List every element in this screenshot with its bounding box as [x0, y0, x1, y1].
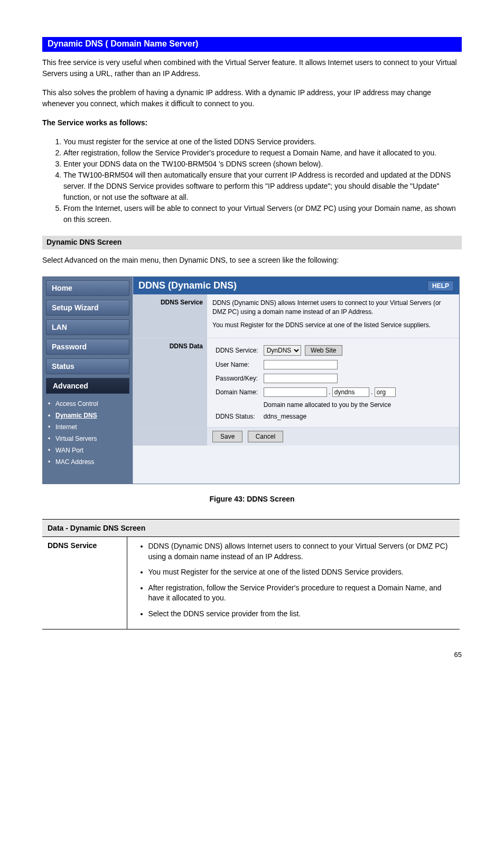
subsection-header-bar: Dynamic DNS Screen [42, 236, 462, 249]
nav-home[interactable]: Home [46, 280, 129, 296]
intro-step: Enter your DDNS data on the TW100-BRM504… [63, 159, 462, 170]
intro-step: From the Internet, users will be able to… [63, 203, 462, 225]
nav-password[interactable]: Password [46, 339, 129, 355]
username-input[interactable] [264, 360, 338, 369]
table-header: Data - Dynamic DNS Screen [42, 520, 460, 537]
intro-step: After registration, follow the Service P… [63, 147, 462, 159]
section-header-bar: Dynamic DNS ( Domain Name Server) [42, 37, 462, 52]
status-value: ddns_message [262, 411, 398, 422]
content-panel: DDNS (Dynamic DNS) HELP DDNS Service DDN… [133, 277, 459, 484]
intro-paragraph-3: The Service works as follows: [42, 117, 462, 128]
password-input[interactable] [264, 374, 338, 383]
table-bullet: Select the DDNS service provider from th… [148, 609, 455, 619]
save-button[interactable]: Save [212, 431, 242, 442]
domain-mid-input[interactable] [332, 387, 369, 397]
ddns-service-desc-2: You must Register for the DDNS service a… [212, 321, 454, 330]
intro-paragraph-1: This free service is very useful when co… [42, 57, 462, 79]
username-label: User Name: [213, 358, 260, 371]
intro-steps: You must register for the service at one… [42, 136, 462, 225]
panel-title: DDNS (Dynamic DNS) [138, 280, 237, 291]
intro-step: The TW100-BRM504 will then automatically… [63, 170, 462, 203]
subsection-intro: Select Advanced on the main menu, then D… [42, 255, 462, 266]
status-label: DDNS Status: [213, 411, 260, 422]
help-button[interactable]: HELP [427, 281, 454, 291]
ddns-service-label: DDNS Service [133, 294, 207, 338]
page-number: 65 [0, 651, 462, 659]
domain-suffix-input[interactable] [375, 387, 396, 397]
sidebar-nav: Home Setup Wizard LAN Password Status Ad… [43, 277, 133, 484]
table-bullet: After registration, follow the Service P… [148, 583, 455, 604]
figure-caption: Figure 43: DDNS Screen [0, 495, 504, 503]
table-bullet: You must Register for the service at one… [148, 567, 455, 578]
service-field-label: DDNS Service: [213, 344, 260, 357]
cancel-button[interactable]: Cancel [248, 431, 283, 442]
domain-note: Domain name allocated to you by the Serv… [264, 401, 391, 409]
table-bullet: DDNS (Dynamic DNS) allows Internet users… [148, 541, 455, 562]
nav-advanced-header: Advanced [46, 378, 129, 394]
nav-item-wan-port[interactable]: WAN Port [50, 444, 129, 456]
intro-paragraph-2: This also solves the problem of having a… [42, 87, 462, 109]
nav-item-virtual-servers[interactable]: Virtual Servers [50, 433, 129, 444]
ddns-data-label: DDNS Data [133, 338, 207, 427]
nav-advanced-list: Access Control Dynamic DNS Internet Virt… [46, 398, 129, 468]
nav-item-access-control[interactable]: Access Control [50, 398, 129, 410]
data-description-table: Data - Dynamic DNS Screen DDNS Service D… [42, 519, 460, 629]
nav-item-internet[interactable]: Internet [50, 421, 129, 433]
nav-lan[interactable]: LAN [46, 319, 129, 335]
ddns-service-desc-1: DDNS (Dynamic DNS) allows Internet users… [212, 299, 454, 317]
router-admin-screenshot: Home Setup Wizard LAN Password Status Ad… [42, 276, 460, 484]
website-button[interactable]: Web Site [305, 345, 342, 356]
panel-title-row: DDNS (Dynamic DNS) HELP [133, 277, 459, 294]
nav-item-dynamic-dns[interactable]: Dynamic DNS [50, 410, 129, 421]
button-row-label [133, 428, 207, 446]
domain-dot-1: . [329, 388, 330, 396]
domain-dot-2: . [371, 388, 372, 396]
intro-step: You must register for the service at one… [63, 136, 462, 147]
password-label: Password/Key: [213, 372, 260, 385]
table-row-label: DDNS Service [42, 537, 127, 629]
nav-item-mac-address[interactable]: MAC Address [50, 456, 129, 468]
domain-label: Domain Name: [213, 386, 260, 399]
domain-host-input[interactable] [264, 387, 327, 397]
nav-status[interactable]: Status [46, 358, 129, 374]
nav-setup-wizard[interactable]: Setup Wizard [46, 300, 129, 316]
ddns-service-select[interactable]: DynDNS [264, 345, 301, 356]
